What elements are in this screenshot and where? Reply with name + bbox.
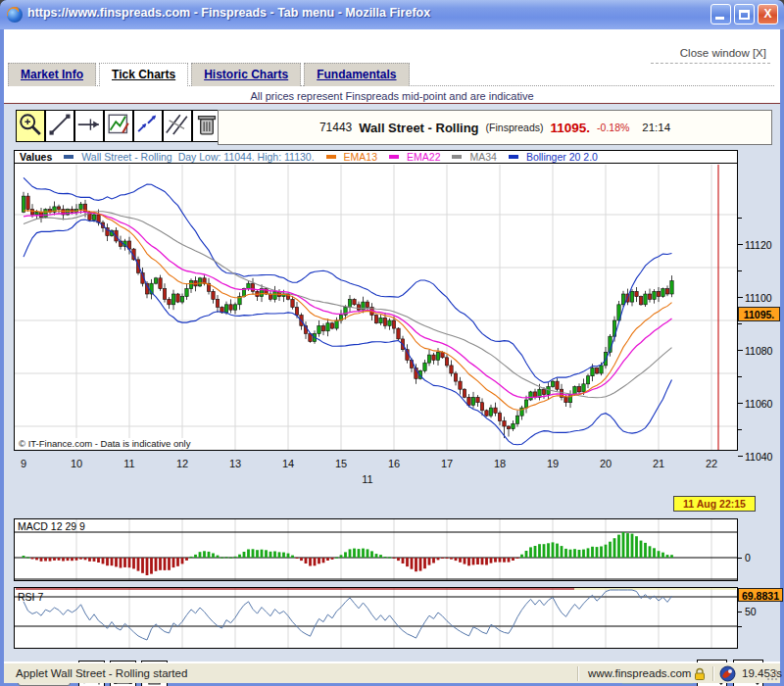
y-axis-label: 11100 xyxy=(745,292,772,304)
rsi-mid-label: 50 xyxy=(745,606,757,617)
x-axis-label: 14 xyxy=(278,458,298,469)
tab-historic-charts[interactable]: Historic Charts xyxy=(191,63,301,86)
instrument-code: 71443 xyxy=(319,121,352,134)
legend-item-label: Bollinger 20 2.0 xyxy=(526,151,598,163)
zoom-tool-icon xyxy=(17,111,44,141)
instrument-info-box: 71443 Wall Street - Rolling (Finspreads)… xyxy=(218,110,772,145)
y-axis-tick xyxy=(738,218,742,219)
page-content: Close window [X] Market InfoTick ChartsH… xyxy=(4,29,780,662)
zigzag-tool-button[interactable] xyxy=(133,110,163,142)
horizontal-line-tool-icon xyxy=(75,111,103,141)
trend-line-tool-button[interactable] xyxy=(45,110,74,142)
indicator-editor-tool-icon xyxy=(105,111,132,141)
y-axis-label: 11120 xyxy=(745,239,772,251)
y-axis-tick xyxy=(738,429,742,430)
indicator-editor-tool-button[interactable] xyxy=(104,110,133,142)
time-cursor-tooltip: 11 Aug 22:15 xyxy=(673,496,756,512)
rsi-panel: RSI 7 xyxy=(14,587,738,649)
y-axis-tick xyxy=(738,297,743,298)
y-axis-label: 11060 xyxy=(745,398,772,410)
rsi-label: RSI 7 xyxy=(18,591,43,603)
y-axis-tick xyxy=(738,376,742,377)
close-button[interactable]: X xyxy=(758,4,778,24)
close-window-link[interactable]: Close window [X] xyxy=(651,47,770,64)
chart-legend: ValuesWall Street - RollingDay Low: 1104… xyxy=(15,151,737,164)
tab-tick-charts[interactable]: Tick Charts xyxy=(99,63,188,86)
x-axis-label: 12 xyxy=(172,458,192,469)
delete-drawing-tool-icon xyxy=(193,111,220,141)
legend-item-label: MA34 xyxy=(469,151,496,163)
x-axis-date-label: 11 xyxy=(358,473,377,485)
y-axis-tick xyxy=(738,323,742,324)
chart-applet: 71443 Wall Street - Rolling (Finspreads)… xyxy=(4,103,780,662)
prices-notice: All prices represent Finspreads mid-poin… xyxy=(4,90,780,102)
x-axis-label: 17 xyxy=(437,458,457,469)
y-axis-tick xyxy=(738,403,743,404)
macd-panel: MACD 12 29 9 xyxy=(14,518,738,581)
legend-item-label: EMA22 xyxy=(407,151,440,163)
legend-swatch xyxy=(389,155,399,159)
zigzag-tool-icon xyxy=(134,111,162,141)
status-separator xyxy=(712,666,714,681)
x-axis-label: 13 xyxy=(225,458,245,469)
tab-fundamentals[interactable]: Fundamentals xyxy=(304,63,409,86)
main-chart-panel: ValuesWall Street - RollingDay Low: 1104… xyxy=(14,150,738,451)
x-axis-label: 9 xyxy=(14,458,33,469)
status-bar: Applet Wall Street - Rolling started www… xyxy=(4,662,780,683)
price-value-box: 11095. xyxy=(738,307,780,321)
legend-item-label: Day Low: 11044. High: 11130. xyxy=(178,151,315,163)
legend-item-label: Wall Street - Rolling xyxy=(81,151,172,163)
status-text: Applet Wall Street - Rolling started xyxy=(16,667,187,679)
legend-swatch xyxy=(326,155,336,159)
legend-item-label: EMA13 xyxy=(344,151,377,163)
instrument-name: Wall Street - Rolling xyxy=(359,121,478,135)
x-axis-label: 10 xyxy=(67,458,86,469)
tab-bar: Market InfoTick ChartsHistoric ChartsFun… xyxy=(8,63,774,86)
window-title: https://www.finspreads.com - Finspreads … xyxy=(27,6,430,20)
y-axis-tick xyxy=(738,244,743,245)
browser-window: https://www.finspreads.com - Finspreads … xyxy=(0,0,784,686)
legend-swatch xyxy=(452,155,462,159)
trend-line-tool-icon xyxy=(46,111,74,141)
title-bar[interactable]: https://www.finspreads.com - Finspreads … xyxy=(0,0,784,29)
x-axis-label: 21 xyxy=(649,458,668,469)
tab-market-info[interactable]: Market Info xyxy=(8,63,96,86)
instrument-price: 11095. xyxy=(551,121,591,135)
time-axis: 91011121314151617181920212211 xyxy=(4,452,780,491)
macd-zero-label: 0 xyxy=(745,552,751,564)
x-axis-label: 20 xyxy=(596,458,615,469)
instrument-change: -0.18% xyxy=(597,122,629,133)
instrument-time: 21:14 xyxy=(642,122,670,133)
legend-values-label: Values xyxy=(20,151,52,163)
legend-swatch xyxy=(64,155,74,159)
horizontal-line-tool-button[interactable] xyxy=(74,110,104,142)
x-axis-label: 18 xyxy=(490,458,510,469)
parallel-lines-tool-icon xyxy=(164,111,191,141)
x-axis-label: 19 xyxy=(543,458,563,469)
parallel-lines-tool-button[interactable] xyxy=(163,110,192,142)
instrument-provider: (Finspreads) xyxy=(486,122,544,133)
status-site: www.finspreads.com xyxy=(588,667,691,679)
x-axis-label: 22 xyxy=(702,458,721,469)
status-separator xyxy=(577,666,579,681)
chart-copyright: © IT-Finance.com - Data is indicative on… xyxy=(16,438,193,449)
minimize-button[interactable] xyxy=(710,4,731,24)
x-axis-label: 16 xyxy=(384,458,404,469)
firefox-icon xyxy=(7,7,23,23)
macd-canvas[interactable] xyxy=(15,519,737,580)
y-axis-label: 11080 xyxy=(745,345,772,357)
x-axis-label: 11 xyxy=(120,458,139,469)
legend-swatch xyxy=(509,155,518,159)
zoom-tool-button[interactable] xyxy=(16,110,45,142)
y-axis-tick xyxy=(738,350,743,351)
y-axis-tick xyxy=(738,270,742,271)
timer-globe-icon xyxy=(719,665,736,682)
main-chart-canvas[interactable] xyxy=(15,165,737,450)
macd-label: MACD 12 29 9 xyxy=(18,520,85,532)
rsi-value-box: 69.8831 xyxy=(738,588,783,602)
lock-icon xyxy=(693,667,707,681)
x-axis-label: 15 xyxy=(331,458,351,469)
maximize-button[interactable] xyxy=(734,4,755,24)
rsi-canvas[interactable] xyxy=(15,588,737,648)
resize-grip[interactable] xyxy=(766,669,778,681)
